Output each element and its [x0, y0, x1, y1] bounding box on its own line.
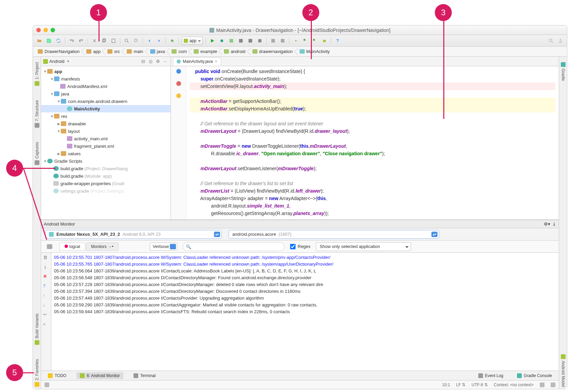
sidebar-tab-project[interactable]: 1: Project: [34, 60, 40, 88]
sidebar-tab-favorites[interactable]: 2: Favorites: [34, 357, 40, 389]
line-ending[interactable]: LF ⇅: [456, 382, 465, 387]
log-level-selector[interactable]: Verbose: [150, 243, 178, 251]
project-view-label[interactable]: Android: [49, 59, 65, 64]
process-selector[interactable]: android.process.acore (1807) ▴▾: [229, 230, 439, 239]
editor-pane: MainActivity.java × public void on: [171, 57, 559, 219]
restart-icon[interactable]: »: [43, 321, 49, 327]
redo-icon[interactable]: [77, 37, 85, 44]
run-icon[interactable]: [209, 37, 216, 44]
sidebar-tab-android-model[interactable]: Android Model: [560, 352, 566, 389]
status-tool-icon[interactable]: [44, 382, 49, 387]
editor-tab-mainactivity[interactable]: MainActivity.java ×: [173, 57, 221, 66]
copy-icon[interactable]: [100, 37, 108, 44]
trash-icon[interactable]: 🗑: [43, 255, 49, 261]
crumb-project[interactable]: DrawerNavigation: [36, 48, 84, 56]
context[interactable]: Context: <no context>: [494, 382, 534, 387]
sidebar-tab-build-variants[interactable]: Build Variants: [34, 311, 40, 347]
code-area[interactable]: public void onCreate(Bundle savedInstanc…: [186, 66, 559, 219]
editor[interactable]: public void onCreate(Bundle savedInstanc…: [171, 66, 559, 219]
replace-icon[interactable]: [132, 37, 140, 44]
lightbulb-icon[interactable]: [176, 93, 181, 98]
search-everywhere-icon[interactable]: [547, 37, 555, 44]
svg-rect-0: [103, 39, 105, 42]
sidebar-tab-gradle[interactable]: Gradle: [560, 60, 566, 83]
undo-icon[interactable]: [68, 37, 75, 44]
log-search-input[interactable]: 🔍: [183, 242, 285, 251]
svg-rect-6: [230, 39, 233, 42]
crumb-example[interactable]: example: [192, 48, 222, 56]
close-tab-icon[interactable]: ×: [215, 59, 217, 64]
up-icon[interactable]: ↑: [43, 293, 49, 299]
coverage-icon[interactable]: [228, 37, 235, 44]
sidebar-tab-captures[interactable]: Captures: [34, 140, 40, 167]
gradle-tasks-icon[interactable]: [311, 37, 319, 44]
scroll-end-icon[interactable]: ⭳: [43, 264, 49, 270]
inspector-icon[interactable]: [551, 382, 555, 387]
help-small-icon[interactable]: ?: [43, 283, 49, 289]
toolwindow-todo[interactable]: TODO: [44, 372, 70, 379]
log-output[interactable]: 05-06 10:23:55.701 1807-1807/android.pro…: [51, 253, 559, 371]
user-icon[interactable]: [557, 37, 564, 44]
crumb-drawernavigation[interactable]: drawernavigation: [250, 48, 298, 56]
monitor-settings-icon[interactable]: ⚙▾: [544, 221, 550, 227]
settings-icon-small[interactable]: ⚙: [155, 58, 161, 65]
status-bar: 10:1 LF ⇅ UTF-8 ⇅ Context: <no context>: [41, 380, 559, 389]
window-minimize[interactable]: [43, 28, 48, 32]
monitor-hide-icon[interactable]: ⤓: [552, 221, 556, 227]
window-maximize[interactable]: [51, 28, 55, 32]
device-selector[interactable]: Emulator Nexus_5X_API_23_2 Android 6.0, …: [45, 230, 222, 239]
svg-rect-10: [271, 39, 275, 42]
crumb-com[interactable]: com: [170, 48, 192, 56]
hide-icon[interactable]: ←: [162, 58, 168, 65]
toolwindow-eventlog[interactable]: Event Log: [475, 372, 507, 379]
help-icon[interactable]: ?: [334, 37, 341, 44]
module-selector[interactable]: app: [182, 37, 203, 45]
cut-icon[interactable]: [91, 37, 98, 44]
toolwindow-monitor[interactable]: 6: Android Monitor: [76, 372, 123, 379]
forward-icon[interactable]: [155, 37, 163, 44]
debug-icon[interactable]: [218, 37, 226, 44]
find-icon[interactable]: [123, 37, 130, 44]
attach-icon[interactable]: [247, 37, 254, 44]
crumb-java[interactable]: java: [148, 48, 170, 56]
crumb-src[interactable]: src: [105, 48, 125, 56]
collapse-all-icon[interactable]: ⊟: [140, 58, 146, 65]
android-monitor-panel: Android Monitor ⚙▾ ⤓ Emulator Nexus_5X_A…: [41, 220, 559, 371]
crumb-android[interactable]: android: [222, 48, 250, 56]
lock-icon[interactable]: [540, 382, 545, 387]
sync-icon[interactable]: [55, 37, 62, 44]
log-filter-selector[interactable]: Show only selected application: [316, 242, 411, 251]
sdk-icon[interactable]: [279, 37, 286, 44]
paste-icon[interactable]: [110, 37, 117, 44]
override-icon[interactable]: [176, 69, 181, 74]
avd-icon[interactable]: [269, 37, 277, 44]
crumb-app[interactable]: app: [84, 48, 105, 56]
make-icon[interactable]: [168, 37, 176, 44]
regex-checkbox[interactable]: Regex: [290, 244, 310, 249]
gradle-sync-icon[interactable]: [292, 37, 300, 44]
wrap-icon[interactable]: ↩︎: [43, 312, 49, 318]
back-icon[interactable]: [146, 37, 153, 44]
save-icon[interactable]: [45, 37, 53, 44]
sidebar-tab-structure[interactable]: 7: Structure: [34, 98, 40, 130]
content-area: 1: Project 7: Structure Captures Build V…: [33, 57, 567, 389]
breakpoint-icon[interactable]: [176, 81, 181, 86]
crumb-main[interactable]: main: [125, 48, 148, 56]
project-tree[interactable]: ▼app ▼manifests AndroidManifest.xml ▼jav…: [41, 66, 171, 219]
tab-logcat[interactable]: logcat: [59, 243, 85, 251]
open-icon[interactable]: [36, 37, 43, 44]
toolwindow-terminal[interactable]: Terminal: [130, 372, 159, 379]
stop-icon[interactable]: [256, 37, 264, 44]
down-icon[interactable]: ↓: [43, 302, 49, 308]
toolwindow-gradleconsole[interactable]: Gradle Console: [514, 372, 555, 379]
profile-icon[interactable]: [237, 37, 245, 44]
encoding[interactable]: UTF-8 ⇅: [471, 382, 487, 387]
project-structure-icon[interactable]: [302, 37, 309, 44]
window-close[interactable]: [36, 28, 41, 32]
crumb-mainactivity[interactable]: MainActivity: [298, 48, 335, 56]
screenshot-icon[interactable]: [47, 244, 52, 249]
locate-icon[interactable]: ◎: [147, 58, 154, 65]
tab-monitors[interactable]: Monitors →•: [86, 243, 119, 251]
android-icon[interactable]: [321, 37, 328, 44]
error-icon[interactable]: ✖: [43, 274, 49, 280]
